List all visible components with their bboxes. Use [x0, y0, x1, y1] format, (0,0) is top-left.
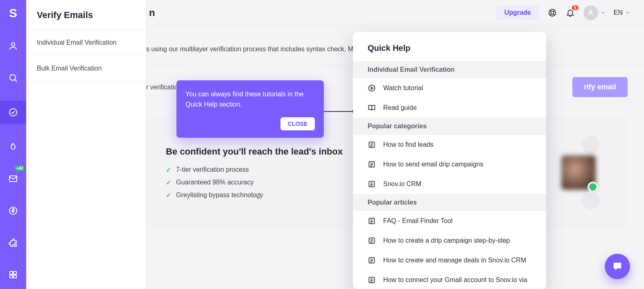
puzzle-icon: [8, 238, 18, 248]
notifications-button[interactable]: 5: [565, 8, 575, 18]
check-icon: ✓: [166, 179, 171, 187]
status-dot-icon: [588, 182, 598, 192]
article-icon: [368, 237, 376, 245]
tooltip-text: You can always find these tutorials in t…: [185, 89, 315, 110]
svg-point-2: [9, 109, 17, 116]
dollar-circle-icon: [8, 206, 18, 216]
chat-icon: [612, 261, 623, 272]
svg-point-1: [10, 75, 16, 80]
tooltip-close-button[interactable]: CLOSE: [280, 117, 315, 130]
grid-icon: [8, 270, 18, 280]
check-icon: ✓: [166, 166, 171, 174]
svg-rect-5: [10, 271, 13, 274]
article-icon: [368, 180, 376, 188]
chevron-down-icon: [601, 10, 606, 15]
svg-point-10: [551, 11, 554, 14]
qh-read-guide[interactable]: Read guide: [353, 98, 546, 118]
qh-item-label: FAQ - Email Finder Tool: [383, 217, 453, 225]
rail-item-apps[interactable]: [0, 266, 26, 284]
book-icon: [368, 104, 376, 112]
qh-section-categories: Popular categories: [353, 118, 546, 135]
feature-text: 7-tier verification process: [176, 166, 249, 173]
ai-badge: +AI: [15, 166, 25, 171]
logo-icon[interactable]: S: [6, 6, 20, 20]
qh-category-item[interactable]: Snov.io CRM: [353, 174, 546, 194]
flame-icon: [8, 142, 18, 152]
qh-article-item[interactable]: How to create a drip campaign step-by-st…: [353, 231, 546, 250]
qh-article-item[interactable]: How to create and manage deals in Snov.i…: [353, 250, 546, 270]
avatar: A: [583, 5, 598, 20]
language-selector[interactable]: EN: [614, 9, 630, 16]
rail-item-extensions[interactable]: [0, 234, 26, 252]
list-item: ✓Guaranteed 98% accuracy: [166, 179, 343, 187]
quick-help-panel: Quick Help Individual Email Verification…: [353, 32, 546, 289]
chat-fab[interactable]: [605, 254, 630, 279]
language-label: EN: [614, 9, 623, 16]
account-menu[interactable]: A: [583, 5, 606, 20]
qh-watch-tutorial[interactable]: Watch tutorial: [353, 78, 546, 98]
rail-item-search[interactable]: [0, 69, 26, 87]
article-icon: [368, 160, 376, 168]
page-title: n: [149, 7, 155, 18]
rail-item-deals[interactable]: [0, 202, 26, 220]
verify-input-label: r verificatio: [146, 84, 178, 91]
rail-item-profile[interactable]: [0, 37, 26, 55]
qh-item-label: Read guide: [383, 104, 417, 112]
submenu-title: Verify Emails: [26, 0, 146, 30]
nav-rail: S +AI: [0, 0, 26, 289]
qh-item-label: How to connect your Gmail account to Sno…: [383, 276, 527, 284]
article-icon: [368, 217, 376, 225]
check-circle-icon: [8, 107, 18, 117]
qh-category-item[interactable]: How to send email drip campaigns: [353, 155, 546, 174]
decorative-bubble: [582, 191, 600, 209]
check-icon: ✓: [166, 191, 171, 199]
qh-item-label: How to find leads: [383, 141, 434, 148]
confident-heading: Be confident you'll reach the lead's inb…: [166, 146, 343, 157]
svg-point-0: [11, 43, 15, 46]
qh-article-item[interactable]: FAQ - Email Finder Tool: [353, 211, 546, 231]
lifebuoy-icon: [548, 8, 557, 17]
feature-text: Greylisting bypass technology: [176, 191, 263, 199]
qh-item-label: Snov.io CRM: [383, 180, 421, 188]
svg-rect-7: [10, 275, 13, 278]
qh-item-label: How to create and manage deals in Snov.i…: [383, 257, 526, 264]
rail-item-campaigns[interactable]: +AI: [0, 170, 26, 188]
svg-rect-6: [14, 271, 16, 274]
quick-help-title: Quick Help: [353, 32, 546, 61]
qh-article-item[interactable]: How to connect your Gmail account to Sno…: [353, 270, 546, 289]
qh-section-articles: Popular articles: [353, 194, 546, 211]
decorative-bubble: [582, 136, 600, 154]
verify-email-button[interactable]: rify email: [572, 77, 628, 97]
qh-item-label: How to create a drip campaign step-by-st…: [383, 237, 510, 244]
mail-icon: [8, 174, 18, 184]
tutorial-tooltip: You can always find these tutorials in t…: [176, 80, 324, 138]
notification-count-badge: 5: [572, 5, 578, 10]
list-item: ✓7-tier verification process: [166, 166, 343, 174]
svg-point-11: [369, 85, 375, 91]
user-icon: [8, 41, 18, 51]
help-center-button[interactable]: [547, 8, 557, 18]
list-item: ✓Greylisting bypass technology: [166, 191, 343, 199]
search-icon: [8, 73, 18, 83]
qh-item-label: Watch tutorial: [383, 84, 423, 92]
rail-item-verify[interactable]: [0, 101, 26, 124]
feature-list: ✓7-tier verification process ✓Guaranteed…: [166, 166, 343, 199]
article-icon: [368, 141, 376, 149]
article-icon: [368, 276, 376, 284]
qh-section-current: Individual Email Verification: [353, 61, 546, 78]
article-icon: [368, 256, 376, 264]
upgrade-button[interactable]: Upgrade: [496, 6, 539, 20]
qh-item-label: How to send email drip campaigns: [383, 161, 484, 168]
submenu-item-bulk[interactable]: Bulk Email Verification: [26, 56, 146, 82]
rail-item-warmup[interactable]: [0, 138, 26, 156]
qh-category-item[interactable]: How to find leads: [353, 135, 546, 155]
chevron-down-icon: [625, 10, 630, 15]
play-circle-icon: [368, 84, 376, 92]
submenu-panel: Verify Emails Individual Email Verificat…: [26, 0, 146, 289]
submenu-item-individual[interactable]: Individual Email Verification: [26, 30, 146, 56]
feature-text: Guaranteed 98% accuracy: [176, 179, 253, 186]
svg-rect-8: [14, 275, 16, 278]
tooltip-pointer-line: [324, 111, 353, 112]
